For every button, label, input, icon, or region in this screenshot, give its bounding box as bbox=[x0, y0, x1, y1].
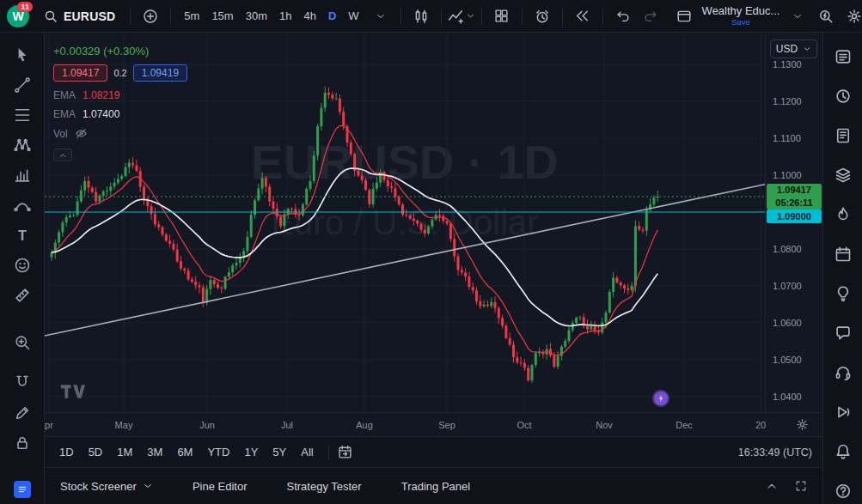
trend-line-tool[interactable] bbox=[8, 76, 37, 94]
time-label: Jul bbox=[281, 420, 293, 430]
sidebar-streams[interactable] bbox=[833, 402, 853, 422]
text-tool[interactable]: T bbox=[8, 226, 37, 245]
go-to-date-button[interactable] bbox=[338, 445, 352, 459]
range-all[interactable]: All bbox=[295, 443, 319, 461]
chevron-up-icon bbox=[58, 151, 67, 160]
range-6m[interactable]: 6M bbox=[171, 443, 199, 461]
timeframe-4h[interactable]: 4h bbox=[298, 6, 321, 26]
tab-strategy-tester[interactable]: Strategy Tester bbox=[286, 480, 361, 493]
range-1m[interactable]: 1M bbox=[111, 443, 138, 461]
forecast-icon bbox=[14, 167, 31, 184]
range-1d[interactable]: 1D bbox=[53, 443, 80, 461]
tab-trading-panel[interactable]: Trading Panel bbox=[401, 480, 470, 493]
timeframe-30m[interactable]: 30m bbox=[241, 6, 272, 26]
layers-icon bbox=[834, 167, 852, 184]
tab-pine-editor[interactable]: Pine Editor bbox=[193, 480, 248, 493]
drawings-panel-button[interactable] bbox=[14, 481, 31, 498]
sidebar-news[interactable] bbox=[833, 125, 853, 146]
emoji-icon bbox=[14, 257, 31, 274]
tradingview-logo[interactable] bbox=[58, 384, 88, 402]
legend-collapse-button[interactable] bbox=[53, 149, 72, 161]
price-scale[interactable]: USD 1.13001.12001.11001.10001.08001.0700… bbox=[765, 33, 822, 412]
chart-type-button[interactable] bbox=[409, 4, 433, 28]
sidebar-chat[interactable] bbox=[833, 323, 853, 343]
price-label: 1.1300 bbox=[773, 59, 802, 70]
price-change: +0.00329 (+0.30%) bbox=[53, 45, 187, 58]
layout-name-block[interactable]: Wealthy Educ... Save bbox=[700, 5, 782, 27]
timeframe-5m[interactable]: 5m bbox=[179, 6, 205, 26]
tab-label: Strategy Tester bbox=[286, 480, 361, 493]
fib-retracement-tool[interactable] bbox=[8, 106, 37, 124]
svg-text:T: T bbox=[18, 228, 27, 243]
range-1y[interactable]: 1Y bbox=[238, 443, 264, 461]
symbol-search-button[interactable]: EURUSD bbox=[37, 4, 122, 28]
cursor-tool[interactable] bbox=[8, 46, 37, 64]
window-icon bbox=[676, 9, 692, 24]
xabcd-pattern-tool[interactable] bbox=[8, 136, 37, 155]
bell-icon bbox=[834, 443, 852, 460]
timeframe-15m[interactable]: 15m bbox=[206, 6, 238, 26]
layout-grid-button[interactable] bbox=[490, 4, 514, 28]
compare-add-button[interactable] bbox=[138, 4, 162, 28]
current-price-badge: 1.09417 05:26:11 bbox=[767, 184, 822, 209]
redo-button[interactable] bbox=[639, 4, 663, 28]
emoji-tool[interactable] bbox=[8, 256, 37, 275]
draw-tool[interactable] bbox=[8, 404, 37, 422]
indicator-label: EMA bbox=[53, 108, 76, 120]
scale-settings-button[interactable] bbox=[796, 418, 809, 431]
quick-search-button[interactable] bbox=[814, 4, 838, 28]
price-label: 1.1200 bbox=[773, 96, 802, 106]
measure-tool[interactable] bbox=[8, 286, 37, 305]
home-logo[interactable]: W 11 bbox=[7, 3, 29, 29]
time-label: 20 bbox=[755, 420, 766, 430]
bar-replay-button[interactable] bbox=[571, 4, 595, 28]
timeframe-w[interactable]: W bbox=[343, 6, 364, 26]
stream-icon bbox=[834, 404, 852, 421]
indicators-button[interactable] bbox=[449, 4, 474, 28]
event-marker[interactable] bbox=[652, 390, 669, 407]
sidebar-notifications[interactable] bbox=[833, 441, 853, 462]
timeframe-d[interactable]: D bbox=[323, 6, 341, 26]
range-3m[interactable]: 3M bbox=[141, 443, 168, 461]
forecast-tool[interactable] bbox=[8, 166, 37, 185]
timeframe-1h[interactable]: 1h bbox=[274, 6, 297, 26]
time-axis[interactable]: prMayJunJulAugSepOctNovDec20 bbox=[45, 412, 822, 436]
utc-clock[interactable]: 16:33:49 (UTC) bbox=[738, 446, 814, 458]
sidebar-support[interactable] bbox=[833, 362, 853, 383]
save-layout-button[interactable] bbox=[672, 4, 696, 28]
range-ytd[interactable]: YTD bbox=[201, 443, 235, 461]
currency-select[interactable]: USD bbox=[770, 39, 817, 58]
range-5d[interactable]: 5D bbox=[83, 443, 109, 461]
gear-icon bbox=[847, 9, 862, 24]
sidebar-help[interactable] bbox=[833, 481, 853, 501]
sidebar-ideas[interactable] bbox=[833, 283, 853, 304]
lock-drawings-tool[interactable] bbox=[8, 434, 37, 452]
sidebar-alerts[interactable] bbox=[833, 86, 853, 106]
divider bbox=[481, 8, 482, 25]
magnet-tool[interactable] bbox=[8, 373, 37, 392]
arc-tool[interactable] bbox=[8, 196, 37, 215]
undo-button[interactable] bbox=[611, 4, 635, 28]
chart-pane[interactable]: EURUSD · 1D Euro / U.S. Dollar +0.00329 … bbox=[45, 33, 765, 412]
layout-menu-button[interactable] bbox=[786, 4, 810, 28]
symbol-name: EURUSD bbox=[64, 9, 115, 23]
eye-hidden-icon[interactable] bbox=[75, 127, 88, 140]
sidebar-calendar[interactable] bbox=[833, 244, 853, 264]
settings-button[interactable] bbox=[842, 4, 862, 28]
tab-label: Pine Editor bbox=[193, 480, 248, 493]
tab-stock-screener[interactable]: Stock Screener bbox=[60, 480, 153, 493]
help-icon bbox=[834, 483, 852, 500]
bid-price-button[interactable]: 1.09417 bbox=[53, 64, 107, 82]
ask-price-button[interactable]: 1.09419 bbox=[133, 64, 187, 82]
bulb-icon bbox=[834, 285, 852, 302]
timeframe-menu-button[interactable] bbox=[369, 4, 393, 28]
zoom-tool[interactable] bbox=[8, 333, 37, 352]
divider bbox=[130, 8, 131, 25]
alert-button[interactable] bbox=[530, 4, 554, 28]
sidebar-object-tree[interactable] bbox=[833, 165, 853, 185]
sidebar-hotlists[interactable] bbox=[833, 204, 853, 225]
sidebar-watchlist[interactable] bbox=[833, 46, 853, 67]
panel-maximize-button[interactable] bbox=[795, 480, 807, 492]
range-5y[interactable]: 5Y bbox=[266, 443, 292, 461]
panel-collapse-button[interactable] bbox=[766, 480, 778, 492]
